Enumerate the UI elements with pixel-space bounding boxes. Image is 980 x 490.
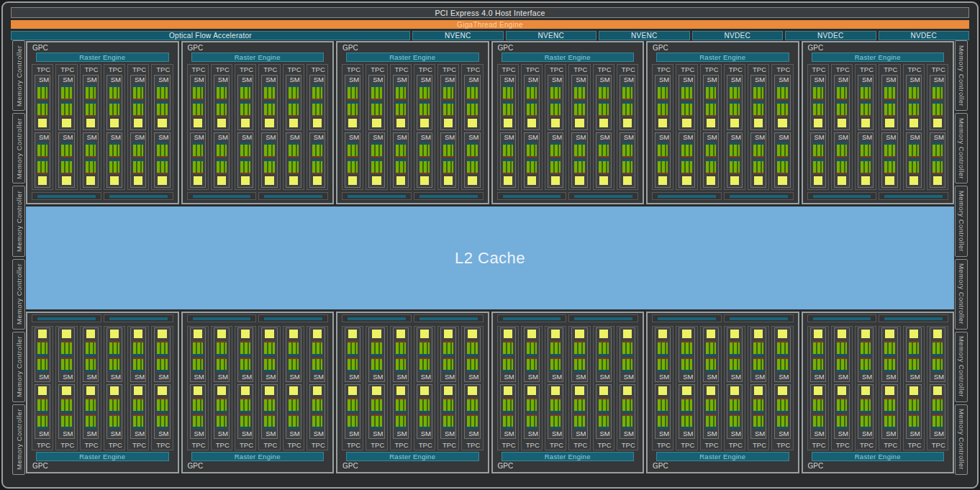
sm-exec-block xyxy=(706,159,716,174)
sm-exec-block xyxy=(467,341,477,356)
sm-core-array xyxy=(217,87,227,99)
sm-register-bar xyxy=(38,330,47,338)
sm-register-bar xyxy=(861,119,870,127)
sm-label: SM xyxy=(35,76,50,84)
gpc-label: GPC xyxy=(496,43,640,53)
sm-exec-block xyxy=(658,142,668,158)
sm-label: SM xyxy=(727,76,742,84)
sm-scheduler-strip xyxy=(503,370,513,372)
sm-core-array xyxy=(681,145,691,156)
sm-scheduler-strip xyxy=(753,411,763,413)
sm-core-array xyxy=(109,416,119,427)
sm-scheduler-strip xyxy=(777,354,787,356)
sm-scheduler-strip xyxy=(61,411,71,413)
sm-register-bar xyxy=(372,119,381,127)
sm-divider-strip xyxy=(884,156,894,158)
sm-block: SM xyxy=(440,132,456,188)
sm-register-bar xyxy=(134,176,142,185)
sm-block: SM xyxy=(774,132,790,188)
sm-core-array xyxy=(527,416,537,427)
sm-exec-block xyxy=(240,341,250,356)
sm-label: SM xyxy=(35,430,50,438)
sm-core-array xyxy=(61,161,71,173)
sm-exec-block xyxy=(622,358,632,373)
sm-label: SM xyxy=(751,430,766,438)
tpc-block: TPCSMSM xyxy=(104,64,125,190)
gpc-block: GPCRaster EngineTPCSMSMTPCSMSMTPCSMSMTPC… xyxy=(26,312,179,473)
sm-register-bar xyxy=(551,176,560,185)
sm-block: SM xyxy=(571,327,587,382)
tpc-label: TPC xyxy=(106,440,123,450)
tpc-label: TPC xyxy=(237,440,254,450)
sm-core-array xyxy=(503,161,513,173)
sm-core-array xyxy=(777,87,787,99)
sm-exec-block xyxy=(777,101,787,117)
sm-label: SM xyxy=(548,373,563,381)
sm-exec-block xyxy=(622,85,632,100)
sm-label: SM xyxy=(704,430,718,438)
sm-core-array xyxy=(86,342,96,354)
gpc-label: GPC xyxy=(31,43,174,53)
tpc-block: TPCSMSM xyxy=(342,64,363,190)
rop-strip xyxy=(348,195,406,198)
rop-bar xyxy=(342,314,412,322)
sm-core-array xyxy=(61,399,71,411)
sm-core-array xyxy=(37,359,47,371)
tpc-block: TPCSMSM xyxy=(55,326,77,450)
sm-exec-block xyxy=(61,142,71,158)
sm-core-array xyxy=(240,359,250,371)
tpc-label: TPC xyxy=(344,65,361,74)
sm-divider-strip xyxy=(730,156,740,158)
sm-label: SM xyxy=(775,133,789,142)
sm-scheduler-strip xyxy=(658,427,668,429)
sm-core-array xyxy=(193,359,203,371)
sm-exec-block xyxy=(574,142,584,158)
gigathread-engine-label: GigaThread Engine xyxy=(457,21,523,29)
sm-exec-block xyxy=(109,341,119,356)
sm-core-array xyxy=(909,87,919,99)
sm-exec-block xyxy=(348,101,358,117)
sm-exec-block xyxy=(503,85,513,100)
sm-core-array xyxy=(419,104,430,115)
sm-exec-block xyxy=(599,101,609,117)
sm-scheduler-strip xyxy=(371,427,381,429)
sm-exec-block xyxy=(371,358,381,373)
tpc-label: TPC xyxy=(857,65,874,74)
tpc-block: TPCSMSM xyxy=(366,64,387,190)
sm-scheduler-strip xyxy=(658,411,668,413)
tpc-block: TPCSMSM xyxy=(700,326,722,450)
rop-bar xyxy=(414,192,484,200)
sm-core-array xyxy=(550,359,561,371)
rop-strip xyxy=(37,317,96,320)
sm-core-array xyxy=(193,342,203,354)
tpc-label: TPC xyxy=(619,440,636,450)
tpc-label: TPC xyxy=(929,440,946,450)
sm-block: SM xyxy=(750,327,766,382)
memory-controller-label: Memory Controller xyxy=(15,191,23,252)
sm-scheduler-strip xyxy=(371,354,381,356)
sm-core-array xyxy=(706,416,716,427)
tpc-block: TPCSMSM xyxy=(676,326,697,450)
memory-controller-block: Memory Controller xyxy=(955,186,968,256)
sm-exec-block xyxy=(86,85,96,100)
sm-core-array xyxy=(109,104,119,115)
sm-exec-block xyxy=(658,358,668,373)
tpc-row: TPCSMSMTPCSMSMTPCSMSMTPCSMSMTPCSMSMTPCSM… xyxy=(32,326,173,450)
sm-scheduler-strip xyxy=(933,427,943,429)
sm-divider-strip xyxy=(574,99,584,100)
sm-register-bar xyxy=(241,386,250,395)
sm-register-bar xyxy=(194,330,202,338)
sm-exec-block xyxy=(264,142,274,158)
sm-core-array xyxy=(909,104,919,115)
sm-divider-strip xyxy=(133,115,143,117)
sm-label: SM xyxy=(596,133,611,142)
sm-label: SM xyxy=(214,373,229,381)
sm-label: SM xyxy=(155,133,169,142)
sm-core-array xyxy=(86,161,96,173)
tpc-row: TPCSMSMTPCSMSMTPCSMSMTPCSMSMTPCSMSMTPCSM… xyxy=(342,64,484,190)
sm-exec-block xyxy=(599,159,609,174)
sm-core-array xyxy=(813,161,823,173)
sm-divider-strip xyxy=(86,156,96,158)
sm-block: SM xyxy=(620,132,635,188)
sm-exec-block xyxy=(933,101,943,117)
